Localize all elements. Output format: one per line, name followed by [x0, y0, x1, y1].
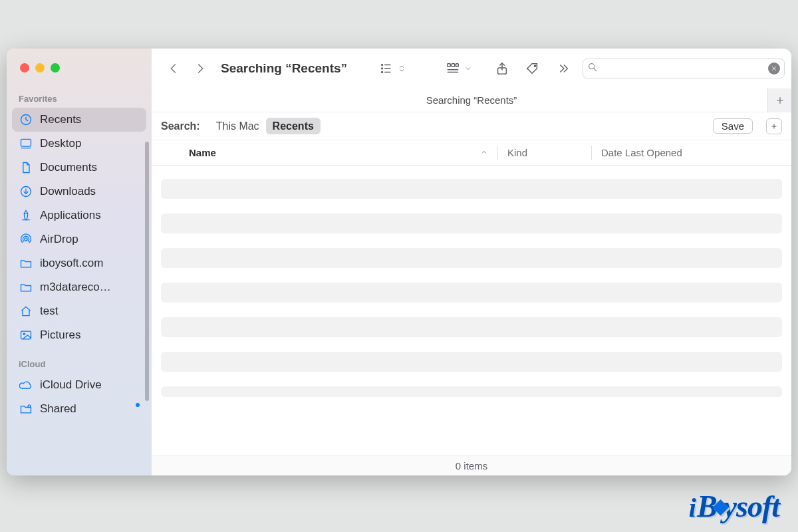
sidebar-item-label: Pictures	[40, 329, 140, 342]
sidebar-favorites-list: RecentsDesktopDocumentsDownloadsApplicat…	[12, 108, 146, 347]
column-kind-label: Kind	[507, 147, 527, 158]
group-button[interactable]	[446, 61, 472, 76]
sidebar-item-applications[interactable]: Applications	[12, 203, 146, 227]
svg-point-11	[382, 68, 383, 69]
sidebar-item-airdrop[interactable]: AirDrop	[12, 227, 146, 251]
placeholder-row	[161, 317, 782, 337]
search-scope-recents[interactable]: Recents	[266, 118, 321, 134]
placeholder-row	[161, 352, 782, 372]
minimize-window-button[interactable]	[35, 63, 45, 72]
sidebar-item-label: AirDrop	[40, 233, 140, 246]
sharefolder-icon	[19, 402, 33, 416]
sidebar-item-label: test	[40, 305, 140, 318]
save-search-button[interactable]: Save	[713, 118, 753, 134]
svg-point-9	[382, 65, 383, 66]
sidebar-item-label: iboysoft.com	[40, 257, 140, 270]
svg-point-13	[382, 72, 383, 73]
folder-icon	[19, 280, 33, 295]
download-icon	[19, 184, 33, 199]
sidebar-item-label: m3datareco…	[40, 281, 140, 294]
sidebar-item-label: Shared	[40, 402, 132, 416]
sidebar-item-pictures[interactable]: Pictures	[12, 323, 146, 347]
forward-button[interactable]	[190, 59, 210, 78]
sidebar-item-test[interactable]: test	[12, 299, 146, 323]
sidebar-item-desktop[interactable]: Desktop	[12, 132, 146, 156]
sidebar-item-label: Applications	[40, 209, 140, 222]
svg-point-21	[535, 65, 536, 66]
window-title: Searching “Recents”	[221, 61, 347, 76]
search-scope-bar: Search: This MacRecents Save	[152, 112, 791, 140]
airdrop-icon	[19, 232, 33, 247]
search-input[interactable]	[602, 63, 764, 74]
sidebar-icloud-list: iCloud DriveShared	[12, 373, 146, 421]
status-bar: 0 items	[152, 456, 791, 475]
sidebar-item-shared[interactable]: Shared	[12, 397, 146, 421]
folder-icon	[19, 256, 33, 271]
column-kind[interactable]: Kind	[498, 147, 591, 158]
path-text: Searching “Recents”	[426, 94, 517, 106]
toolbar: Searching “Recents”	[152, 49, 791, 88]
sidebar: Favorites RecentsDesktopDocumentsDownloa…	[7, 49, 152, 475]
svg-rect-6	[21, 331, 31, 339]
sidebar-section-icloud: iCloud	[7, 359, 152, 373]
placeholder-row	[161, 179, 782, 199]
placeholder-row	[161, 248, 782, 268]
placeholder-row	[161, 386, 782, 397]
notification-badge	[136, 403, 140, 407]
clear-search-button[interactable]	[768, 63, 780, 74]
view-list-button[interactable]	[379, 61, 406, 76]
svg-rect-15	[448, 64, 451, 67]
sidebar-item-icloud-drive[interactable]: iCloud Drive	[12, 373, 146, 397]
fullscreen-window-button[interactable]	[51, 63, 60, 72]
sidebar-item-downloads[interactable]: Downloads	[12, 180, 146, 203]
sidebar-item-documents[interactable]: Documents	[12, 156, 146, 180]
column-date-label: Date Last Opened	[601, 147, 682, 158]
search-label: Search:	[161, 120, 200, 132]
sidebar-item-label: Downloads	[40, 185, 140, 198]
svg-point-22	[589, 64, 595, 69]
house-icon	[19, 304, 33, 319]
more-button[interactable]	[556, 61, 571, 76]
svg-point-8	[28, 405, 31, 408]
close-window-button[interactable]	[20, 63, 29, 72]
desktop-icon	[19, 136, 33, 151]
svg-rect-17	[456, 64, 459, 67]
svg-line-23	[594, 68, 597, 71]
finder-window: Favorites RecentsDesktopDocumentsDownloa…	[7, 49, 791, 475]
doc-icon	[19, 160, 33, 175]
results-area	[152, 166, 791, 456]
placeholder-row	[161, 213, 782, 233]
add-search-criteria-button[interactable]	[767, 88, 791, 112]
cloud-icon	[19, 378, 33, 392]
column-name[interactable]: Name	[152, 147, 497, 158]
sidebar-section-favorites: Favorites	[7, 94, 152, 108]
sidebar-item-label: Desktop	[40, 137, 140, 150]
status-items-count: 0 items	[456, 460, 487, 471]
svg-point-7	[23, 333, 25, 335]
sort-indicator-icon	[480, 147, 488, 158]
column-date[interactable]: Date Last Opened	[592, 147, 791, 158]
sidebar-scrollbar[interactable]	[145, 142, 149, 401]
svg-point-5	[25, 238, 27, 241]
sidebar-item-recents[interactable]: Recents	[12, 108, 146, 132]
apps-icon	[19, 208, 33, 223]
sidebar-item-label: iCloud Drive	[40, 378, 140, 392]
clock-icon	[19, 112, 33, 127]
placeholder-row	[161, 283, 782, 303]
search-field[interactable]	[583, 59, 785, 78]
svg-rect-1	[21, 139, 31, 146]
add-criterion-button[interactable]	[766, 118, 782, 134]
path-line: Searching “Recents”	[152, 88, 791, 112]
column-name-label: Name	[189, 147, 216, 158]
back-button[interactable]	[164, 59, 184, 78]
watermark-logo: iB◆ysoft	[689, 489, 779, 524]
sidebar-item-iboysoft-com[interactable]: iboysoft.com	[12, 251, 146, 275]
tags-button[interactable]	[525, 61, 540, 76]
main-panel: Searching “Recents”	[152, 49, 791, 475]
share-button[interactable]	[495, 61, 509, 76]
search-scope-this-mac[interactable]: This Mac	[209, 118, 266, 134]
window-controls	[7, 63, 152, 72]
sidebar-item-m3datareco-[interactable]: m3datareco…	[12, 275, 146, 299]
sidebar-item-label: Documents	[40, 161, 140, 174]
search-icon	[587, 62, 598, 75]
